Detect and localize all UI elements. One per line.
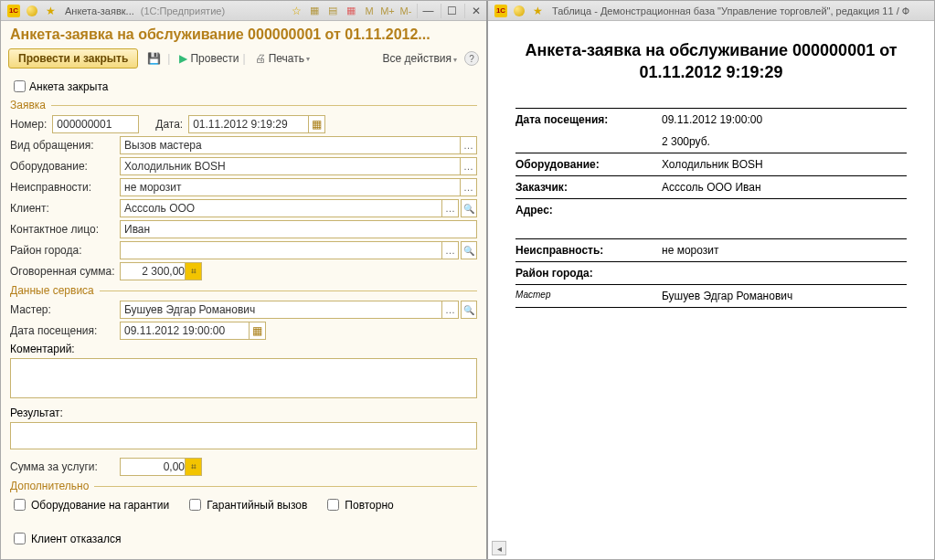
closed-label: Анкета закрыта (29, 80, 108, 93)
service-sum-label: Сумма за услуги: (10, 460, 120, 473)
sheet-master-label: Мастер (515, 290, 662, 302)
district-lookup-button[interactable]: 🔍 (461, 241, 477, 259)
commit-close-button[interactable]: Провести и закрыть (8, 48, 138, 69)
tool-icon-1[interactable]: ▦ (306, 4, 323, 18)
group-service: Данные сервиса (10, 284, 477, 297)
number-label: Номер: (10, 118, 47, 131)
visit-date-label: Дата посещения: (10, 324, 120, 337)
calculator-icon[interactable]: ⌗ (185, 459, 201, 475)
print-button[interactable]: 🖨Печать▾ (251, 50, 313, 67)
warranty-label: Оборудование на гарантии (31, 499, 169, 512)
sheet-visit-label: Дата посещения: (515, 113, 662, 126)
scroll-left-button[interactable]: ◂ (492, 541, 506, 555)
number-input[interactable]: 000000001 (52, 115, 139, 133)
close-button[interactable]: ✕ (464, 4, 486, 18)
commit-icon: ▶ (179, 52, 187, 65)
calendar-icon[interactable]: ▦ (249, 322, 265, 339)
ellipsis-icon[interactable]: … (441, 200, 458, 217)
date-label: Дата: (155, 118, 183, 131)
equipment-select[interactable]: Холодильник BOSH … (120, 157, 477, 175)
sheet-address-label: Адрес: (515, 204, 662, 217)
contact-label: Контактное лицо: (10, 223, 120, 236)
sheet-price-value: 2 300руб. (662, 135, 907, 148)
ellipsis-icon[interactable]: … (460, 158, 476, 174)
star-icon[interactable]: ★ (43, 4, 58, 18)
master-label: Мастер: (10, 303, 120, 316)
faults-label: Неисправности: (10, 181, 120, 194)
ellipsis-icon[interactable]: … (460, 137, 476, 153)
repeat-label: Повторно (345, 499, 393, 512)
dropdown-icon[interactable] (25, 4, 39, 18)
app-icon: 1C (494, 4, 508, 18)
sheet-fault-value: не морозит (662, 244, 907, 257)
m-minus-button[interactable]: M- (398, 4, 414, 18)
tool-icon-2[interactable]: ▤ (324, 4, 341, 18)
form-toolbar: Провести и закрыть 💾 | ▶Провести | 🖨Печа… (1, 45, 486, 72)
dropdown-icon[interactable] (512, 4, 526, 18)
contact-input[interactable]: Иван (120, 220, 477, 238)
client-select[interactable]: Асссоль ООО … (120, 199, 459, 217)
district-label: Район города: (10, 244, 120, 257)
sheet-district-label: Район города: (515, 267, 662, 280)
client-label: Клиент: (10, 202, 120, 215)
master-lookup-button[interactable]: 🔍 (461, 301, 477, 319)
faults-select[interactable]: не морозит … (120, 178, 477, 196)
save-button[interactable]: 💾 (143, 50, 167, 67)
agreed-sum-input[interactable]: 2 300,00 ⌗ (120, 262, 202, 280)
warranty-checkbox[interactable] (14, 499, 26, 511)
minimize-button[interactable]: — (417, 4, 439, 18)
floppy-icon: 💾 (147, 52, 161, 65)
district-select[interactable]: … (120, 241, 459, 259)
help-button[interactable]: ? (464, 51, 479, 66)
result-label: Результат: (10, 407, 477, 419)
m-plus-button[interactable]: M+ (379, 4, 396, 18)
sheet-title: Анкета-заявка на обслуживание 000000001 … (515, 39, 907, 84)
ellipsis-icon[interactable]: … (460, 179, 476, 195)
all-actions-menu[interactable]: Все действия▾ (383, 52, 457, 65)
star-icon[interactable]: ★ (530, 4, 545, 18)
sheet-visit-value: 09.11.2012 19:00:00 (662, 113, 907, 126)
m-button[interactable]: M (361, 4, 377, 18)
app-icon: 1C (6, 4, 21, 18)
group-extra: Дополнительно (10, 480, 477, 492)
calendar-icon[interactable]: ▦ (308, 116, 324, 132)
sheet-district-value (662, 267, 907, 280)
date-input[interactable]: 01.11.2012 9:19:29 ▦ (188, 115, 325, 133)
calendar-icon[interactable]: ▦ (343, 4, 359, 18)
fav-icon[interactable]: ☆ (288, 4, 304, 18)
chevron-down-icon: ▾ (453, 56, 457, 64)
chevron-down-icon: ▾ (306, 55, 310, 63)
warranty-call-checkbox[interactable] (189, 499, 201, 511)
master-select[interactable]: Бушуев Эдгар Романович … (120, 301, 459, 319)
repeat-checkbox[interactable] (327, 499, 339, 511)
ellipsis-icon[interactable]: … (441, 301, 458, 318)
visit-date-input[interactable]: 09.11.2012 19:00:00 ▦ (120, 322, 266, 340)
sheet-equipment-value: Холодильник BOSH (662, 158, 907, 171)
service-sum-input[interactable]: 0,00 ⌗ (120, 458, 202, 476)
comment-textarea[interactable] (10, 358, 477, 398)
refused-checkbox[interactable] (14, 533, 26, 544)
group-request: Заявка (10, 99, 477, 111)
ellipsis-icon[interactable]: … (441, 242, 458, 259)
client-lookup-button[interactable]: 🔍 (461, 199, 477, 217)
printer-icon: 🖨 (255, 52, 266, 65)
equipment-label: Оборудование: (10, 160, 120, 173)
calculator-icon[interactable]: ⌗ (185, 263, 201, 280)
window-tab-title: Анкета-заявк... (1С:Предприятие) (65, 5, 287, 16)
right-titlebar: 1C ★ Таблица - Демонстрационная база "Уп… (488, 1, 934, 21)
commit-button[interactable]: ▶Провести (175, 50, 242, 67)
sheet-equipment-label: Оборудование: (515, 158, 662, 171)
sheet-master-value: Бушуев Эдгар Романович (662, 290, 907, 302)
maximize-button[interactable]: ☐ (441, 4, 462, 18)
agreed-sum-label: Оговоренная сумма: (10, 265, 120, 278)
right-window-title: Таблица - Демонстрационная база "Управле… (552, 5, 934, 16)
sheet-address-value (662, 204, 907, 217)
sheet-fault-label: Неисправность: (515, 244, 662, 257)
closed-checkbox[interactable] (14, 80, 26, 92)
left-titlebar: 1C ★ Анкета-заявк... (1С:Предприятие) ☆ … (1, 1, 486, 21)
appeal-select[interactable]: Вызов мастера … (120, 136, 477, 154)
print-sheet: Анкета-заявка на обслуживание 000000001 … (488, 21, 934, 326)
refused-label: Клиент отказался (31, 533, 121, 545)
result-textarea[interactable] (10, 422, 477, 449)
sheet-customer-value: Асссоль ООО Иван (662, 181, 907, 194)
